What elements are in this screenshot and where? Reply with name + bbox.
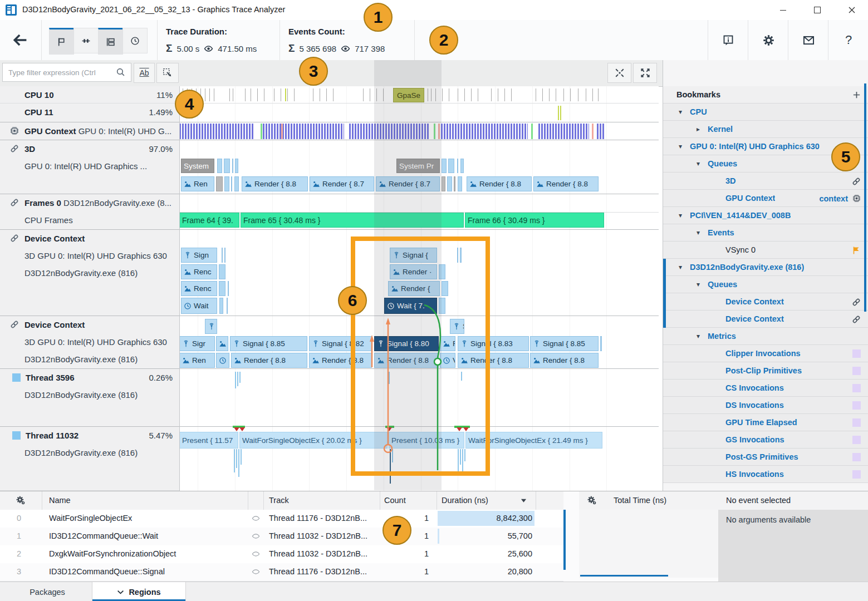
metric-color-swatch[interactable] xyxy=(852,453,861,461)
mini-event-bar[interactable] xyxy=(460,159,464,173)
col-total-time[interactable]: Total Time (ns) xyxy=(614,496,666,505)
vsync-flag-icon[interactable] xyxy=(852,246,861,255)
back-button[interactable] xyxy=(7,28,33,52)
link-icon[interactable] xyxy=(852,298,861,307)
metric-color-swatch[interactable] xyxy=(852,418,861,427)
tree-item-d3d12nbodygravity-exe-816-[interactable]: ▾D3D12nBodyGravity.exe (816) xyxy=(663,259,868,276)
link-icon[interactable] xyxy=(852,315,861,324)
col-name[interactable]: Name xyxy=(49,496,71,505)
event-block[interactable] xyxy=(216,336,228,351)
left-filter-input[interactable] xyxy=(2,63,131,82)
event-block[interactable] xyxy=(205,319,217,334)
feedback-mail-button[interactable] xyxy=(788,20,828,60)
eye-icon[interactable] xyxy=(252,550,260,558)
help-button[interactable]: ? xyxy=(828,20,868,60)
track-cpu11[interactable]: CPU 111.49% xyxy=(0,104,179,122)
track-dev1[interactable]: Device Context3D GPU 0: Intel(R) UHD Gra… xyxy=(0,230,179,316)
caret-down-icon[interactable]: ▾ xyxy=(679,211,686,219)
markers-view-toggle[interactable] xyxy=(49,28,74,55)
link-icon[interactable] xyxy=(852,177,861,186)
info-button[interactable] xyxy=(708,20,748,60)
event-block[interactable]: Render { 8.7 xyxy=(310,176,374,191)
chip-icon[interactable] xyxy=(852,194,861,203)
metric-color-swatch[interactable] xyxy=(852,367,861,375)
mini-event-bar[interactable] xyxy=(442,159,447,173)
total-time-scrollbar[interactable] xyxy=(580,575,668,577)
mini-event-bar[interactable] xyxy=(458,176,462,191)
pins-view-toggle[interactable] xyxy=(73,28,99,53)
track-dev2[interactable]: Device Context3D GPU 0: Intel(R) UHD Gra… xyxy=(0,316,179,369)
caret-down-icon[interactable]: ▾ xyxy=(679,263,686,271)
caret-right-icon[interactable]: ▸ xyxy=(697,125,704,133)
metric-color-swatch[interactable] xyxy=(852,401,861,410)
mini-event-bar[interactable] xyxy=(448,159,454,173)
event-block[interactable]: Present { 11.57 xyxy=(179,432,238,449)
settings-gear-button[interactable] xyxy=(748,20,788,60)
col-count[interactable]: Count xyxy=(384,496,406,505)
tree-item-queues[interactable]: ▾Queues xyxy=(663,276,868,293)
event-block[interactable]: Ren xyxy=(179,353,215,368)
tab-packages[interactable]: Packages xyxy=(11,582,84,601)
close-button[interactable] xyxy=(839,0,865,20)
tree-item-3d[interactable]: 3D xyxy=(663,173,868,190)
event-block[interactable]: Render { 8.8 xyxy=(231,353,307,368)
tree-item-cs-invocations[interactable]: CS Invocations xyxy=(663,380,868,397)
mini-event-bar[interactable] xyxy=(231,176,232,191)
event-block[interactable]: Signal { 8.85 xyxy=(530,336,599,351)
caret-down-icon[interactable]: ▾ xyxy=(697,229,704,237)
track-gpuctx[interactable]: GPU Context GPU 0: Intel(R) UHD G... xyxy=(0,122,179,140)
maximize-button[interactable] xyxy=(805,0,830,20)
mini-event-bar[interactable] xyxy=(219,281,225,296)
tree-item-ds-invocations[interactable]: DS Invocations xyxy=(663,397,868,414)
event-block[interactable]: Signal { 8.85 xyxy=(230,336,307,351)
mini-event-bar[interactable] xyxy=(224,159,230,173)
caret-down-icon[interactable]: ▾ xyxy=(679,142,686,150)
mini-event-bar[interactable] xyxy=(457,159,458,173)
caret-down-icon[interactable]: ▾ xyxy=(679,108,686,116)
mini-event-bar[interactable] xyxy=(219,298,223,314)
tree-item-post-gs-primitives[interactable]: Post-GS Primitives xyxy=(663,449,868,466)
context-link[interactable]: context xyxy=(819,194,848,203)
tree-item-device-context[interactable]: Device Context xyxy=(663,311,868,328)
event-block[interactable]: Render { 8.8 xyxy=(467,176,532,191)
tree-item-gpu-context[interactable]: GPU Contextcontext xyxy=(663,190,868,207)
metric-color-swatch[interactable] xyxy=(852,436,861,444)
event-block[interactable]: Ren xyxy=(181,176,214,191)
event-block[interactable]: Frame 66 { 30.49 ms } xyxy=(465,213,604,228)
mini-event-bar[interactable] xyxy=(228,281,229,296)
tree-item-events[interactable]: ▾Events xyxy=(663,224,868,242)
eye-icon[interactable] xyxy=(252,514,260,523)
col-duration[interactable]: Duration (ns) xyxy=(442,496,488,505)
clock-view-toggle[interactable] xyxy=(122,28,148,53)
metric-color-swatch[interactable] xyxy=(852,470,861,479)
mini-event-bar[interactable] xyxy=(447,176,452,191)
tree-item-post-clip-primitives[interactable]: Post-Clip Primitives xyxy=(663,362,868,380)
region-select-button[interactable] xyxy=(156,63,179,83)
event-block[interactable]: Renc xyxy=(181,264,217,279)
track-t11032[interactable]: Thread 110325.47%D3D12nBodyGravity.exe (… xyxy=(0,427,179,491)
tree-item-clipper-invocations[interactable]: Clipper Invocations xyxy=(663,345,868,362)
caret-down-icon[interactable]: ▾ xyxy=(697,160,704,168)
caret-down-icon[interactable]: ▾ xyxy=(697,332,704,340)
col-track[interactable]: Track xyxy=(269,496,289,505)
event-block[interactable]: System xyxy=(181,159,214,173)
tracks-view-toggle[interactable] xyxy=(98,28,123,55)
add-bookmark-button[interactable] xyxy=(852,91,861,99)
mini-event-bar[interactable] xyxy=(442,176,445,191)
table-row[interactable]: 1ID3D12CommandQueue::WaitThread 11032 - … xyxy=(0,528,563,546)
event-block[interactable]: Render { 8.8 xyxy=(530,353,599,368)
event-block[interactable]: Render { 8.8 xyxy=(533,176,599,191)
tree-item-metrics[interactable]: ▾Metrics xyxy=(663,328,868,345)
mini-event-bar[interactable] xyxy=(217,159,222,173)
event-block[interactable]: Sigr xyxy=(179,336,215,351)
tree-item-device-context[interactable]: Device Context xyxy=(663,293,868,311)
tree-item-vsync-0[interactable]: VSync 0 xyxy=(663,242,868,259)
mini-event-bar[interactable] xyxy=(600,336,602,351)
event-block[interactable]: Frame 64 { 39. xyxy=(179,213,239,228)
track-cpu10[interactable]: CPU 1011% xyxy=(0,86,179,104)
right-panel-scrollbar[interactable] xyxy=(864,83,866,312)
event-block[interactable]: Renc xyxy=(181,281,217,296)
mini-event-bar[interactable] xyxy=(234,176,239,191)
table-settings-gear-icon[interactable] xyxy=(16,495,26,505)
tree-item-hs-invocations[interactable]: HS Invocations xyxy=(663,466,868,483)
